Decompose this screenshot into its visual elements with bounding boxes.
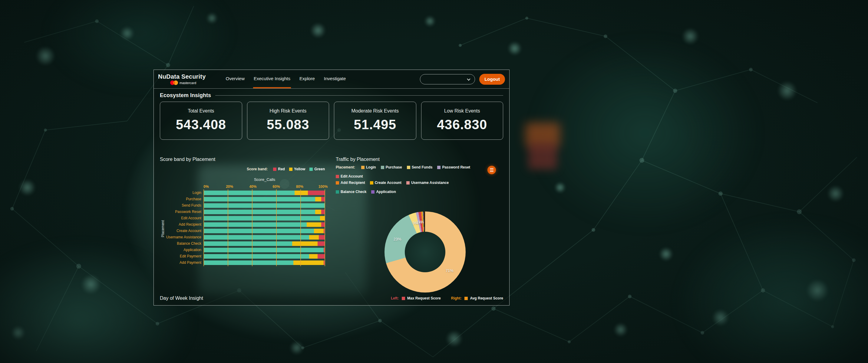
mastercard-logo-icon [170, 80, 178, 85]
bar-category-label: Add Payment [166, 260, 202, 265]
bar-segment-green [204, 235, 309, 239]
legend-swatch [370, 181, 373, 185]
bar-segment-green [204, 241, 292, 246]
legend-item-label: Username Assistance [411, 180, 449, 185]
stat-label: High Risk Events [247, 108, 329, 114]
traffic-donut-chart: 71%23%3%1%1% [336, 195, 503, 286]
traffic-chart-title: Traffic by Placement [336, 157, 503, 162]
legend-swatch [289, 168, 292, 171]
dashboard-panel: NuData Security mastercard OverviewExecu… [154, 70, 509, 305]
stat-label: Low Risk Events [422, 108, 503, 114]
gridline [276, 189, 277, 266]
legend-swatch [361, 166, 365, 169]
bar-segment-green [204, 203, 325, 208]
x-tick-label: 20% [226, 185, 233, 189]
bar-segment-yellow [292, 241, 318, 246]
bar-segment-red [308, 191, 325, 195]
avg-request-score-label: Avg Request Score [470, 296, 503, 300]
legend-item-label: Create Account [375, 180, 401, 185]
x-tick-label: 60% [273, 185, 280, 189]
legend-swatch [309, 168, 313, 171]
donut-slice-label: 71% [446, 268, 454, 272]
x-tick-label: 40% [249, 185, 256, 189]
legend-item-password-reset[interactable]: Password Reset [437, 165, 470, 169]
bar-row-edit-payment [204, 254, 325, 259]
bar-category-label: Edit Account [166, 216, 202, 221]
bar-category-label: Purchase [166, 197, 202, 201]
legend-swatch [437, 166, 440, 169]
account-select[interactable] [420, 74, 475, 85]
app-header: NuData Security mastercard OverviewExecu… [154, 70, 509, 89]
legend-item-green[interactable]: Green [309, 167, 325, 171]
bar-segment-red [318, 241, 325, 246]
legend-item-label: Red [278, 167, 285, 171]
max-request-score-label: Max Request Score [407, 296, 441, 300]
stat-label: Moderate Risk Events [334, 108, 416, 114]
logout-button[interactable]: Logout [479, 74, 505, 85]
bar-segment-red [319, 235, 325, 239]
legend-swatch [273, 168, 276, 171]
legend-item-create-account[interactable]: Create Account [370, 180, 401, 185]
legend-item-send-funds[interactable]: Send Funds [407, 165, 433, 169]
nav-item-executive-insights[interactable]: Executive Insights [253, 70, 291, 88]
bar-segment-yellow [309, 235, 319, 239]
bar-row-balance-check [204, 241, 325, 246]
nav-item-overview[interactable]: Overview [225, 70, 246, 88]
chevron-down-icon [467, 77, 470, 80]
traffic-legend-title: Placement: [336, 165, 355, 169]
bar-segment-green [204, 248, 323, 252]
chart-menu-button[interactable] [488, 166, 496, 174]
bar-segment-green [204, 191, 294, 195]
bar-category-label: Login [166, 191, 202, 195]
legend-swatch [336, 181, 339, 185]
bar-segment-yellow [315, 197, 321, 201]
legend-item-username-assistance[interactable]: Username Assistance [406, 180, 449, 185]
legend-left-label: Left: [391, 296, 399, 300]
bar-segment-yellow [320, 216, 325, 221]
legend-item-purchase[interactable]: Purchase [381, 165, 402, 169]
traffic-legend-row-2: Add RecipientCreate AccountUsername Assi… [336, 180, 503, 194]
main-nav: OverviewExecutive InsightsExploreInvesti… [225, 70, 354, 88]
x-axis-title: Score_Calls [206, 177, 323, 182]
stat-card: Total Events543.408 [160, 102, 242, 140]
bar-category-label: Edit Payment [166, 254, 202, 259]
stat-card: Low Risk Events436.830 [421, 102, 503, 140]
bar-row-create-account [204, 229, 325, 233]
legend-item-balance-check[interactable]: Balance Check [336, 190, 366, 194]
bar-segment-green [204, 260, 293, 265]
legend-item-add-recipient[interactable]: Add Recipient [336, 180, 365, 185]
legend-item-label: Login [366, 165, 376, 169]
bar-segment-yellow [307, 222, 321, 227]
bar-category-label: Send Funds [166, 203, 202, 208]
gridline [228, 189, 228, 266]
bar-row-purchase [204, 197, 325, 201]
legend-item-application[interactable]: Application [371, 190, 396, 194]
bar-row-send-funds [204, 203, 325, 208]
x-tick-label: 100% [318, 185, 328, 189]
nav-item-investigate[interactable]: Investigate [323, 70, 347, 88]
section-divider [215, 95, 503, 96]
legend-item-label: Add Recipient [341, 180, 365, 185]
legend-item-label: Purchase [386, 165, 402, 169]
bar-segment-green [204, 229, 314, 233]
legend-item-yellow[interactable]: Yellow [289, 167, 305, 171]
bar-row-edit-account [204, 216, 325, 221]
stat-value: 436.830 [422, 117, 503, 132]
bar-segment-yellow [294, 191, 308, 195]
legend-right-label: Right: [451, 296, 462, 300]
legend-item-red[interactable]: Red [273, 167, 285, 171]
avg-request-score-swatch [464, 297, 468, 300]
bar-segment-yellow [293, 260, 323, 265]
bar-category-label: Username Assistance [166, 235, 202, 239]
gridline [300, 189, 301, 266]
bar-segment-yellow [309, 254, 318, 259]
bar-category-label: Balance Check [166, 241, 202, 246]
legend-item-edit-account[interactable]: Edit Account [336, 174, 363, 178]
legend-item-login[interactable]: Login [361, 165, 376, 169]
bar-segment-green [204, 216, 320, 221]
nav-item-explore[interactable]: Explore [299, 70, 315, 88]
stat-value: 51.495 [334, 117, 416, 132]
bar-segment-green [204, 222, 307, 227]
stat-value: 55.083 [247, 117, 329, 132]
y-axis-label: Placement [161, 217, 165, 241]
